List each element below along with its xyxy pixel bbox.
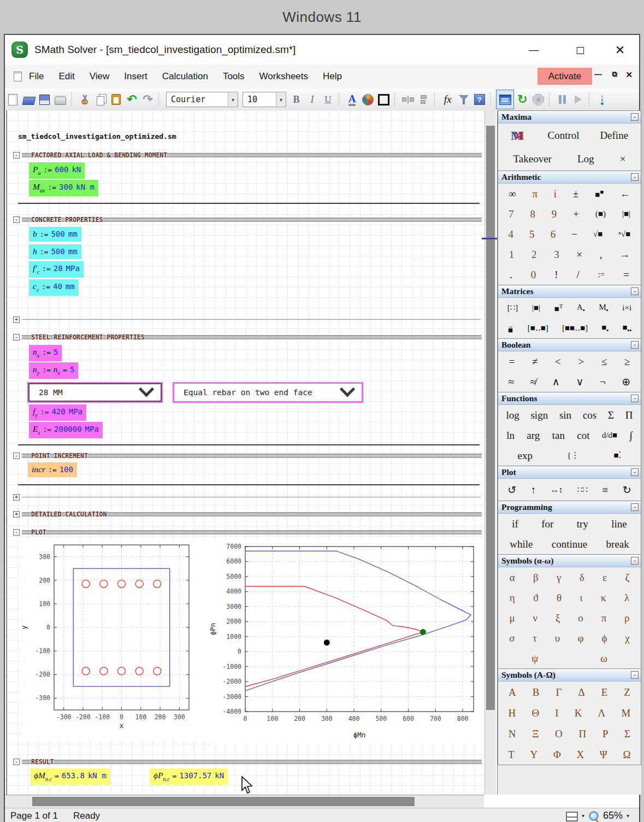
play-button[interactable] xyxy=(571,91,586,108)
panel-collapse-button[interactable]: - xyxy=(631,287,639,295)
palette-button-glyph[interactable]: Λ xyxy=(598,708,606,718)
chevron-down-icon[interactable] xyxy=(340,381,355,397)
palette-button-glyph[interactable]: ≡ xyxy=(602,485,608,495)
palette-button-glyph[interactable]: Υ xyxy=(530,749,538,760)
maximize-button[interactable]: □ xyxy=(568,35,593,64)
panel-collapse-button[interactable]: - xyxy=(631,503,639,511)
palette-button-glyph[interactable]: ↺ xyxy=(507,485,516,495)
palette-button-glyph[interactable]: × xyxy=(576,249,582,260)
palette-button-glyph[interactable]: ξ xyxy=(556,613,560,623)
menu-file[interactable]: File xyxy=(29,71,44,82)
vertical-scrollbar[interactable] xyxy=(485,110,496,795)
palette-button-glyph[interactable]: (■) xyxy=(595,210,606,218)
palette-button-arg[interactable]: arg xyxy=(527,430,540,441)
chevron-down-icon[interactable]: ▾ xyxy=(276,93,286,106)
palette-button-dd[interactable]: d/d■ xyxy=(602,431,617,439)
palette-button-log[interactable]: log xyxy=(506,410,519,420)
palette-button-glyph[interactable]: Ψ xyxy=(600,749,607,760)
palette-button-0[interactable]: 0 xyxy=(531,269,536,280)
collapse-toggle[interactable]: - xyxy=(13,453,20,459)
palette-button-exp[interactable]: exp xyxy=(518,450,533,461)
palette-button-glyph[interactable]: Δ xyxy=(578,687,584,697)
paste-button[interactable] xyxy=(109,91,123,108)
menu-view[interactable]: View xyxy=(90,71,110,82)
reference-book-button[interactable]: ? xyxy=(472,91,487,108)
zoom-magnifier-icon[interactable] xyxy=(588,811,599,821)
expr-ny[interactable]: ny:=nx=5 xyxy=(29,362,78,379)
palette-button-glyph[interactable]: π xyxy=(532,189,537,199)
palette-button-glyph[interactable]: → xyxy=(619,249,630,260)
palette-button-4[interactable]: 4 xyxy=(509,229,514,239)
underline-button[interactable]: U xyxy=(321,91,335,108)
mdi-restore-button[interactable]: ⧉ xyxy=(612,70,617,79)
vertical-scrollbar-thumb[interactable] xyxy=(486,126,495,710)
palette-button-glyph[interactable]: Θ xyxy=(531,708,539,718)
palette-button-glyph[interactable]: Ο xyxy=(555,729,563,739)
palette-button-m[interactable]: M▪ xyxy=(599,303,608,313)
palette-button-glyph[interactable]: Σ xyxy=(624,729,630,739)
palette-button-glyph[interactable]: ∞ xyxy=(509,189,516,199)
palette-button-control[interactable]: Control xyxy=(548,130,580,140)
panel-collapse-button[interactable]: - xyxy=(631,395,639,402)
menu-help[interactable]: Help xyxy=(323,71,342,82)
palette-button-glyph[interactable]: = xyxy=(509,356,515,367)
panel-collapse-button[interactable]: - xyxy=(631,341,639,349)
palette-button-cos[interactable]: cos xyxy=(583,410,596,420)
show-description-button[interactable] xyxy=(496,90,514,109)
palette-button-glyph[interactable]: ∨ xyxy=(576,377,583,387)
palette-button-glyph[interactable]: Ε xyxy=(601,687,608,697)
minimize-button[interactable]: — xyxy=(521,35,546,64)
palette-button-break[interactable]: break xyxy=(606,539,629,549)
palette-button-t[interactable]: ■T xyxy=(554,303,563,313)
close-button[interactable]: ✕ xyxy=(607,35,633,64)
expr-Es[interactable]: Es:=200000MPa xyxy=(29,422,103,438)
expr-fy[interactable]: fy:=420MPa xyxy=(29,404,86,421)
expr-nx[interactable]: nx:=5 xyxy=(29,345,62,361)
palette-button-glyph[interactable]: [∷] xyxy=(507,304,518,312)
palette-button-glyph[interactable]: κ xyxy=(601,592,606,603)
palette-button-ii[interactable]: i×i xyxy=(622,304,631,312)
palette-button-ln[interactable]: ln xyxy=(506,430,515,441)
palette-button-glyph[interactable]: / xyxy=(576,269,579,280)
palette-button-tan[interactable]: tan xyxy=(552,430,565,441)
expr-phiMnc[interactable]: ϕMn.c=653.8kN m xyxy=(30,768,110,785)
panel-collapse-button[interactable]: - xyxy=(631,671,639,679)
expr-fc[interactable]: f'c:=28MPa xyxy=(29,261,84,278)
print-button[interactable] xyxy=(53,91,68,108)
palette-button-7[interactable]: 7 xyxy=(509,209,514,219)
palette-button-glyph[interactable]: →■ xyxy=(507,324,514,332)
palette-button-glyph[interactable]: Π xyxy=(625,410,633,420)
palette-button-glyph[interactable]: ≠ xyxy=(532,356,537,367)
maxima-logo-icon[interactable]: MM xyxy=(511,128,527,143)
palette-button-glyph[interactable]: √■ xyxy=(593,230,602,238)
palette-button-glyph[interactable]: Ν xyxy=(509,729,516,739)
cut-button[interactable] xyxy=(77,91,92,108)
palette-button-glyph[interactable]: [■‥■] xyxy=(528,324,548,332)
palette-button-1[interactable]: 1 xyxy=(509,249,515,260)
expand-toggle[interactable]: + xyxy=(13,511,20,518)
palette-button-glyph[interactable]: θ xyxy=(557,592,562,603)
align-horizontal-button[interactable] xyxy=(400,91,415,108)
palette-button-glyph[interactable]: ϕ xyxy=(601,633,607,643)
chevron-down-icon[interactable] xyxy=(139,381,154,397)
palette-button-glyph[interactable]: μ xyxy=(509,613,515,623)
expr-phiPnc[interactable]: ϕPn.c=1307.57kN xyxy=(150,768,228,785)
palette-button-glyph[interactable]: {⋮ xyxy=(567,451,579,460)
palette-button-try[interactable]: try xyxy=(577,519,588,529)
palette-button-glyph[interactable]: ∷∷ xyxy=(577,486,588,494)
expr-cc[interactable]: cc:=40mm xyxy=(29,279,79,296)
chevron-down-icon[interactable]: ▾ xyxy=(582,813,584,819)
expand-toggle[interactable]: + xyxy=(13,316,20,323)
collapse-toggle[interactable]: - xyxy=(13,152,20,158)
palette-button-glyph[interactable]: Τ xyxy=(508,749,515,760)
palette-button-glyph[interactable]: Ζ xyxy=(624,687,630,697)
font-size-select[interactable]: 10▾ xyxy=(243,92,286,107)
palette-button-5[interactable]: 5 xyxy=(529,229,535,239)
menu-worksheets[interactable]: Worksheets xyxy=(259,71,308,82)
palette-button-glyph[interactable]: ≈ xyxy=(509,377,514,387)
palette-button-glyph[interactable]: ± xyxy=(573,189,578,199)
horizontal-scrollbar-thumb[interactable] xyxy=(32,797,415,806)
chevron-down-icon[interactable]: ▾ xyxy=(228,93,238,106)
pause-button[interactable] xyxy=(555,91,570,108)
palette-button-define[interactable]: Define xyxy=(600,130,628,140)
